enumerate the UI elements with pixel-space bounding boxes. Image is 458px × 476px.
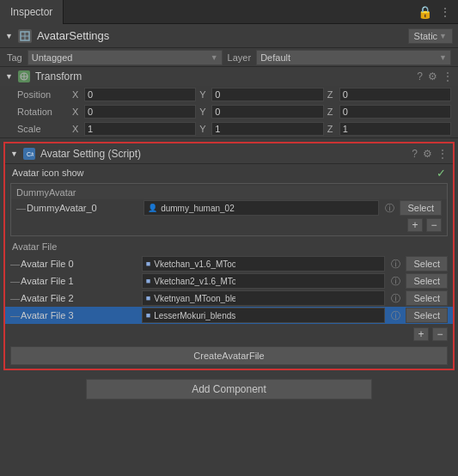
scale-z-label: Z	[327, 124, 338, 134]
dummy-dash: —	[16, 203, 23, 213]
layer-dropdown[interactable]: Default ▼	[256, 50, 451, 65]
scale-label: Scale	[17, 124, 69, 134]
avatar-file-select-1[interactable]: Select	[406, 273, 448, 289]
position-z-label: Z	[327, 89, 338, 100]
rotation-row: Rotation X 0 Y 0 Z 0	[0, 103, 458, 120]
position-x-value[interactable]: 0	[84, 88, 196, 101]
avatar-file-select-3[interactable]: Select	[406, 308, 448, 323]
script-settings-icon[interactable]: ⚙	[423, 148, 432, 160]
avatar-file-list: — Avatar File 0 ■ Vketchan_v1.6_MTooi ⓘ …	[5, 255, 453, 324]
scale-y-value[interactable]: 1	[211, 122, 323, 136]
avatar-icon-show-checkbox[interactable]: ✓	[437, 167, 446, 180]
avatar-file-select-2[interactable]: Select	[406, 290, 448, 306]
avatar-file-section-label: Avatar File	[5, 238, 453, 253]
avatar-file-plus-button[interactable]: +	[413, 327, 429, 341]
rotation-y-label: Y	[199, 107, 210, 117]
transform-collapse-icon[interactable]: ▼	[5, 72, 13, 81]
file-info-icon-0[interactable]: ⓘ	[388, 257, 402, 271]
tab-bar-icons: 🔒 ⋮	[418, 5, 458, 19]
scale-x-label: X	[72, 124, 82, 134]
avatar-file-label-2: Avatar File 2	[21, 293, 138, 303]
dummy-minus-button[interactable]: −	[426, 218, 442, 232]
tag-chevron-icon: ▼	[211, 53, 218, 62]
file-dash-0: —	[10, 259, 17, 269]
position-y-value[interactable]: 0	[211, 88, 323, 101]
avatar-file-name-0: Vketchan_v1.6_MTooi	[154, 259, 235, 269]
avatar-file-minus-button[interactable]: −	[432, 327, 448, 341]
avatar-file-field-1[interactable]: ■ Vketchan2_v1.6_MTo	[142, 273, 386, 289]
avatar-file-label-3: Avatar File 3	[21, 310, 138, 320]
dummy-plus-button[interactable]: +	[407, 218, 423, 232]
add-component-button[interactable]: Add Component	[86, 379, 372, 400]
script-collapse-icon[interactable]: ▼	[10, 150, 18, 158]
avatar-file-select-0[interactable]: Select	[406, 256, 448, 272]
add-component-row: Add Component	[0, 374, 458, 405]
rotation-z-label: Z	[327, 107, 338, 117]
file-info-icon-3[interactable]: ⓘ	[388, 308, 402, 322]
lock-icon[interactable]: 🔒	[418, 5, 432, 19]
script-menu-icon[interactable]: ⋮	[437, 148, 448, 160]
static-button[interactable]: Static ▼	[408, 28, 453, 44]
dummy-select-button[interactable]: Select	[400, 200, 442, 216]
svg-text:C#: C#	[27, 151, 34, 157]
layer-label: Layer	[228, 52, 252, 63]
scale-row: Scale X 1 Y 1 Z 1	[0, 120, 458, 137]
file-field-icon-3: ■	[146, 311, 150, 320]
position-row: Position X 0 Y 0 Z 0	[0, 86, 458, 103]
file-info-icon-1[interactable]: ⓘ	[388, 274, 402, 288]
script-icon: C#	[23, 148, 35, 160]
script-header: ▼ C# Avatar Setting (Script) ? ⚙ ⋮	[5, 143, 453, 164]
scale-x-value[interactable]: 1	[84, 122, 196, 136]
triangle-collapse-icon[interactable]: ▼	[5, 32, 13, 40]
file-dash-2: —	[10, 293, 17, 303]
object-name: AvatarSettings	[37, 29, 403, 42]
avatar-file-row-3: — Avatar File 3 ■ LesserMokuri_blendsf ⓘ…	[5, 307, 453, 324]
transform-menu-icon[interactable]: ⋮	[443, 70, 453, 82]
transform-header: ▼ Transform ? ⚙ ⋮	[0, 67, 458, 86]
position-z-value[interactable]: 0	[339, 88, 451, 101]
tag-dropdown[interactable]: Untagged ▼	[27, 50, 223, 65]
avatar-file-row-1: — Avatar File 1 ■ Vketchan2_v1.6_MTo ⓘ S…	[5, 272, 453, 290]
file-dash-1: —	[10, 276, 17, 286]
file-field-icon-0: ■	[146, 259, 150, 268]
avatar-setting-section: ▼ C# Avatar Setting (Script) ? ⚙ ⋮ Avata…	[3, 142, 455, 370]
avatar-file-name-1: Vketchan2_v1.6_MTo	[154, 277, 235, 286]
dummy-avatar-file-name: dummy_human_02	[161, 204, 235, 213]
avatar-file-field-3[interactable]: ■ LesserMokuri_blendsf	[142, 308, 386, 323]
inspector-tab[interactable]: Inspector	[0, 0, 64, 24]
avatar-file-row-0: — Avatar File 0 ■ Vketchan_v1.6_MTooi ⓘ …	[5, 255, 453, 272]
transform-settings-icon[interactable]: ⚙	[428, 70, 437, 82]
object-icon	[18, 29, 32, 43]
tag-value: Untagged	[32, 52, 73, 63]
dummy-avatar-field-icon: 👤	[148, 204, 157, 212]
dummy-avatar-subsection: DummyAvatar — DummyAvatar_0 👤 dummy_huma…	[10, 183, 448, 236]
static-label: Static	[414, 31, 438, 41]
rotation-z-value[interactable]: 0	[339, 105, 451, 119]
rotation-y-value[interactable]: 0	[211, 105, 323, 119]
scale-z-value[interactable]: 1	[339, 122, 451, 136]
avatar-icon-show-row: Avatar icon show ✓	[5, 164, 453, 181]
transform-help-icon[interactable]: ?	[417, 70, 423, 82]
avatar-file-field-2[interactable]: ■ Vketnyan_MToon_ble	[142, 290, 386, 306]
avatar-file-name-3: LesserMokuri_blendsf	[154, 311, 235, 320]
file-dash-3: —	[10, 310, 17, 320]
create-btn-row: CreateAvatarFile	[5, 343, 453, 369]
dummy-plus-minus-row: + −	[11, 217, 447, 234]
script-help-icon[interactable]: ?	[412, 148, 418, 160]
tag-label: Tag	[7, 52, 22, 63]
rotation-x-value[interactable]: 0	[84, 105, 196, 119]
tag-layer-row: Tag Untagged ▼ Layer Default ▼	[0, 48, 458, 67]
avatar-file-label-0: Avatar File 0	[21, 259, 138, 269]
file-info-icon-2[interactable]: ⓘ	[388, 291, 402, 305]
dummy-avatar-field[interactable]: 👤 dummy_human_02	[144, 200, 379, 216]
dummy-info-icon[interactable]: ⓘ	[382, 201, 396, 215]
menu-icon[interactable]: ⋮	[439, 5, 451, 19]
avatar-file-label-1: Avatar File 1	[21, 276, 138, 286]
tab-bar: Inspector 🔒 ⋮	[0, 0, 458, 24]
avatar-file-field-0[interactable]: ■ Vketchan_v1.6_MTooi	[142, 256, 386, 272]
create-avatar-file-button[interactable]: CreateAvatarFile	[10, 346, 448, 365]
static-dropdown-icon[interactable]: ▼	[439, 32, 447, 40]
transform-section: ▼ Transform ? ⚙ ⋮ Position X 0 Y 0 Z 0	[0, 67, 458, 138]
rotation-x-label: X	[72, 107, 82, 117]
avatar-file-row-2: — Avatar File 2 ■ Vketnyan_MToon_ble ⓘ S…	[5, 290, 453, 307]
